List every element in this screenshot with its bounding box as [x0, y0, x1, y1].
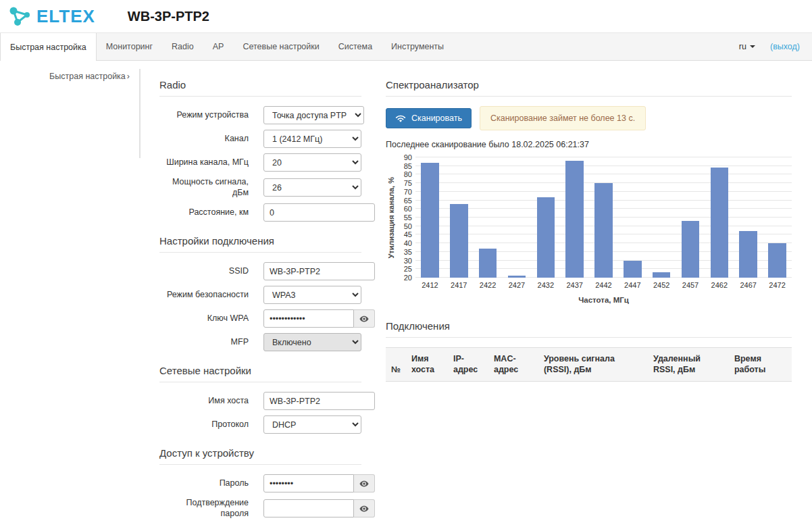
chart-bar — [450, 204, 468, 278]
column-header-ip: IP-адрес — [448, 348, 488, 382]
wpa-key-label: Ключ WPA — [159, 313, 249, 324]
scan-row: Сканировать Сканирование займет не более… — [386, 106, 792, 130]
channel-label: Канал — [159, 134, 249, 145]
x-tick-label: 2467 — [734, 281, 763, 289]
scan-button-label: Сканировать — [411, 113, 462, 123]
language-selector[interactable]: ru — [739, 42, 755, 51]
spectrum-title: Спектроанализатор — [386, 79, 792, 97]
section-radio: Radio Режим устройства Точка доступа PTP… — [159, 79, 361, 222]
distance-input[interactable] — [263, 203, 375, 222]
security-mode-select[interactable]: WPA3 — [263, 286, 361, 304]
eltex-logo: ELTEX — [7, 5, 95, 28]
brand-text: ELTEX — [36, 6, 95, 27]
field-protocol: Протокол DHCP — [159, 415, 361, 434]
sidebar-divider — [139, 69, 141, 158]
column-header-remote-rssi: Удаленный RSSI, дБм — [648, 348, 729, 382]
column-header-uptime: Время работы — [729, 348, 792, 382]
channel-width-label: Ширина канала, МГц — [159, 157, 249, 168]
chart-bar — [421, 163, 439, 278]
connections-section: Подключения № Имя хоста IP-адрес MAC-адр… — [386, 320, 792, 382]
chart-x-ticks: 2412241724222427243224372442244724522457… — [415, 281, 792, 289]
hostname-input[interactable] — [263, 392, 375, 410]
y-tick-label: 80 — [404, 170, 412, 178]
mfp-select: Включено — [263, 333, 361, 351]
page-title: WB-3P-PTP2 — [128, 9, 209, 24]
tab-radio[interactable]: Radio — [162, 33, 203, 60]
field-password-confirm: Подтверждение пароля — [159, 498, 361, 519]
chart-bar — [711, 168, 729, 278]
connections-title: Подключения — [386, 320, 792, 338]
field-password: Пароль — [159, 474, 361, 492]
app-window: ELTEX WB-3P-PTP2 Быстрая настройка Монит… — [0, 0, 812, 531]
y-tick-label: 75 — [404, 179, 412, 187]
channel-select[interactable]: 1 (2412 МГц) — [263, 130, 361, 148]
y-tick-label: 55 — [404, 213, 412, 222]
content-area: Быстрая настройка› Radio Режим устройств… — [0, 61, 812, 531]
tab-monitoring[interactable]: Мониторинг — [97, 33, 162, 60]
y-tick-label: 70 — [404, 188, 412, 196]
channel-width-select[interactable]: 20 — [263, 153, 361, 172]
field-signal-power: Мощность сигнала, дБм 26 — [159, 177, 361, 198]
section-title-network: Сетевые настройки — [159, 365, 361, 382]
y-tick-label: 85 — [404, 162, 412, 170]
chart-plot — [415, 157, 792, 278]
show-password-confirm-button[interactable] — [354, 499, 375, 517]
protocol-select[interactable]: DHCP — [263, 415, 361, 434]
show-password-button[interactable] — [354, 474, 375, 492]
tab-ap[interactable]: AP — [203, 33, 234, 60]
y-tick-label: 65 — [404, 197, 412, 205]
last-scan-text: Последнее сканирование было 18.02.2025 0… — [386, 140, 792, 149]
connections-table: № Имя хоста IP-адрес MAC-адрес Уровень с… — [386, 347, 792, 382]
x-tick-label: 2447 — [618, 281, 647, 289]
y-axis-title: Утилизация канала, % — [386, 157, 397, 278]
x-tick-label: 2472 — [763, 281, 792, 289]
tab-network-settings[interactable]: Сетевые настройки — [233, 33, 328, 60]
chart-body: Утилизация канала, % 2025303540455055606… — [386, 157, 792, 278]
x-tick-label: 2442 — [589, 281, 618, 289]
y-tick-label: 35 — [404, 248, 412, 256]
x-tick-label: 2432 — [531, 281, 560, 289]
tab-quick-setup[interactable]: Быстрая настройка — [0, 33, 97, 61]
password-confirm-input[interactable] — [263, 499, 354, 517]
chart-bar — [565, 161, 584, 278]
x-tick-label: 2422 — [474, 281, 503, 289]
sidebar-item-quick-setup[interactable]: Быстрая настройка› — [0, 72, 141, 81]
field-wpa-key: Ключ WPA — [159, 309, 361, 328]
device-mode-label: Режим устройства — [159, 110, 249, 121]
wpa-key-input[interactable] — [263, 309, 354, 328]
scan-duration-alert: Сканирование займет не более 13 с. — [480, 106, 646, 130]
chevron-right-icon: › — [127, 72, 130, 81]
logout-link[interactable]: (выход) — [770, 42, 800, 51]
scan-button[interactable]: Сканировать — [386, 108, 472, 128]
y-tick-label: 90 — [404, 153, 412, 161]
field-hostname: Имя хоста — [159, 392, 361, 410]
show-wpa-key-button[interactable] — [354, 309, 375, 328]
tab-system[interactable]: Система — [329, 33, 382, 60]
hostname-label: Имя хоста — [159, 396, 249, 407]
y-tick-label: 25 — [404, 265, 412, 273]
tab-tools[interactable]: Инструменты — [382, 33, 453, 60]
distance-label: Расстояние, км — [159, 207, 249, 218]
x-tick-label: 2437 — [560, 281, 589, 289]
chart-bar — [479, 249, 497, 278]
field-distance: Расстояние, км — [159, 203, 361, 222]
device-mode-select[interactable]: Точка доступа PTP — [263, 106, 364, 124]
chart-y-ticks: 202530354045505560657075808590 — [397, 157, 415, 278]
signal-power-select[interactable]: 26 — [263, 178, 361, 197]
sidebar-item-label: Быстрая настройка — [49, 72, 126, 81]
y-tick-label: 45 — [404, 230, 412, 238]
chart-bar — [653, 272, 671, 278]
ssid-input[interactable] — [263, 262, 375, 280]
chart-bar — [594, 183, 613, 278]
column-header-rssi: Уровень сигнала (RSSI), дБм — [538, 348, 648, 382]
language-label: ru — [739, 42, 746, 51]
section-device-access: Доступ к устройству Пароль — [159, 447, 361, 519]
eye-icon — [359, 504, 369, 513]
password-input[interactable] — [263, 474, 354, 492]
section-title-access: Доступ к устройству — [159, 447, 361, 465]
sidebar: Быстрая настройка› — [0, 61, 141, 81]
column-header-hostname: Имя хоста — [406, 348, 448, 382]
y-tick-label: 50 — [404, 222, 412, 230]
chart-bar — [537, 197, 555, 278]
chart-bars — [415, 157, 792, 278]
